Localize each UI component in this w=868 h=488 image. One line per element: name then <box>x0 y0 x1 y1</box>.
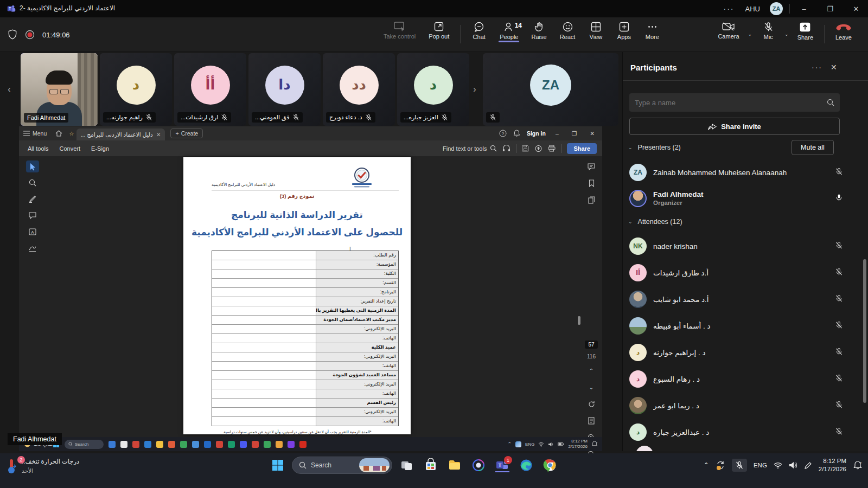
tray-clock[interactable]: 8:12 PM2/17/2026 <box>819 457 846 473</box>
shared-pinned-app-icon[interactable] <box>144 441 151 448</box>
shared-tray-chevron[interactable]: ⌃ <box>508 441 512 447</box>
presenter-row[interactable]: Fadi AlhmedatOrganizer <box>629 185 846 211</box>
pdf-maximize-button[interactable]: ❐ <box>569 130 580 137</box>
print-icon[interactable] <box>548 145 556 152</box>
read-aloud-icon[interactable] <box>502 145 510 152</box>
panel-more-icon[interactable]: ··· <box>812 63 822 72</box>
shared-tray-photo-icon[interactable] <box>515 441 521 447</box>
comment-tool-icon[interactable] <box>26 209 39 221</box>
comments-panel-icon[interactable] <box>585 160 598 172</box>
attendee-row[interactable]: أ.د محمد ابو شايب <box>629 286 846 312</box>
attendee-row[interactable]: د . أسماء أبو قبيطه <box>629 313 846 339</box>
shared-pinned-app-icon[interactable] <box>216 441 223 448</box>
shared-tray-language[interactable]: ENG <box>525 442 534 447</box>
take-control-button[interactable]: Take control <box>377 17 422 43</box>
share-invite-button[interactable]: Share invite <box>629 118 840 135</box>
tray-mic-muted-icon[interactable] <box>732 459 747 472</box>
home-icon[interactable] <box>55 130 62 137</box>
shared-pinned-app-icon[interactable] <box>264 441 271 448</box>
attendee-row[interactable]: د د . رهام السبوع <box>629 366 846 392</box>
notification-bell-icon[interactable]: z <box>853 460 863 470</box>
pop-out-button[interactable]: Pop out <box>422 17 456 43</box>
raise-button[interactable]: Raise <box>525 17 553 43</box>
presenters-header[interactable]: ⌄ Presenters (2) <box>628 144 681 151</box>
shared-pinned-app-icon[interactable] <box>192 441 199 448</box>
bookmarks-panel-icon[interactable] <box>585 177 598 189</box>
attendee-row[interactable]: د . ريما ابو عمر <box>629 393 846 419</box>
people-button[interactable]: People14 <box>493 17 525 43</box>
pages-panel-icon[interactable] <box>585 194 598 206</box>
edge-icon[interactable] <box>519 458 533 472</box>
apps-button[interactable]: Apps <box>610 17 638 43</box>
titlebar-more-icon[interactable]: ··· <box>718 4 740 13</box>
panel-scrollbar-thumb[interactable] <box>863 259 866 403</box>
mute-all-button[interactable]: Mute all <box>792 140 834 155</box>
shared-notification-icon[interactable]: z <box>591 441 598 447</box>
pdf-menu-button[interactable]: Menu <box>19 130 51 137</box>
shared-wifi-icon[interactable] <box>538 442 544 447</box>
teams-taskbar-icon[interactable]: T1 <box>495 458 509 472</box>
shared-pinned-app-icon[interactable] <box>252 441 259 448</box>
maximize-button[interactable]: ❐ <box>818 0 842 17</box>
panel-close-icon[interactable]: ✕ <box>831 63 837 72</box>
chrome-icon[interactable] <box>543 458 557 472</box>
leave-button[interactable]: Leave <box>829 17 858 44</box>
shared-pinned-app-icon[interactable] <box>120 441 127 448</box>
task-view-icon[interactable] <box>400 458 414 472</box>
strip-scroll-right-icon[interactable]: › <box>470 81 480 98</box>
attendee-row[interactable]: د د . عبدالعزيز جباره <box>629 419 846 445</box>
mic-button[interactable]: Mic <box>754 17 782 43</box>
video-tile[interactable]: د...راهيم جوارنه <box>100 53 172 126</box>
shared-pinned-app-icon[interactable] <box>299 441 307 448</box>
wifi-icon[interactable] <box>774 462 782 469</box>
strip-scroll-left-icon[interactable]: ‹ <box>4 81 14 98</box>
video-tile[interactable]: ددد. دعاء دويرج <box>323 53 395 126</box>
upload-cloud-icon[interactable] <box>534 145 542 152</box>
refresh-view-icon[interactable] <box>585 398 598 410</box>
user-avatar[interactable]: ZA <box>770 2 783 15</box>
highlight-tool-icon[interactable] <box>26 193 39 205</box>
mic-options-chevron-icon[interactable]: ⌄ <box>782 31 791 37</box>
sign-tool-icon[interactable] <box>26 242 39 254</box>
view-button[interactable]: View <box>582 17 610 43</box>
share-button[interactable]: Share <box>791 17 820 44</box>
taskbar-weather-widget[interactable]: 2 درجات الحرارة تنخف.. الأحد <box>5 458 79 475</box>
find-tools-button[interactable]: Find text or tools <box>443 145 497 152</box>
camera-button[interactable]: Camera <box>711 17 745 43</box>
zoom-tool-icon[interactable] <box>26 177 39 189</box>
help-icon[interactable]: ? <box>499 130 507 137</box>
shared-pinned-app-icon[interactable] <box>204 441 211 448</box>
shared-pinned-app-icon[interactable] <box>228 441 235 448</box>
text-tool-icon[interactable]: A <box>26 226 39 237</box>
shared-pinned-app-icon[interactable] <box>276 441 283 448</box>
video-tile[interactable]: دا...فق المومني <box>248 53 321 126</box>
attendee-row[interactable]: أا أ.د طارق ارشيدات <box>629 260 846 286</box>
shared-volume-icon[interactable] <box>548 442 554 447</box>
pdf-sign-in-button[interactable]: Sign in <box>527 130 546 137</box>
shared-pinned-app-icon[interactable] <box>168 441 175 448</box>
volume-icon[interactable] <box>789 461 797 469</box>
more-button[interactable]: More <box>638 17 666 43</box>
save-icon[interactable] <box>522 145 529 152</box>
video-tile[interactable]: د...العزيز جباره <box>397 53 469 126</box>
attendee-row[interactable]: NK nader krishan <box>629 233 846 259</box>
camera-options-chevron-icon[interactable]: ⌄ <box>746 31 755 37</box>
attendees-header[interactable]: ⌄ Attendees (12) <box>628 218 682 226</box>
sync-icon[interactable] <box>716 460 725 470</box>
pen-icon[interactable] <box>804 461 812 470</box>
shared-pinned-app-icon[interactable] <box>288 441 295 448</box>
star-icon[interactable]: ☆ <box>69 130 74 137</box>
select-tool-icon[interactable] <box>26 160 39 172</box>
pdf-share-button[interactable]: Share <box>567 143 597 154</box>
fit-page-icon[interactable] <box>585 415 598 427</box>
minimize-button[interactable]: – <box>792 0 816 17</box>
attendee-row[interactable]: د د . إبراهيم جوارنه <box>629 339 846 365</box>
shared-search-box[interactable]: Search <box>65 440 104 449</box>
microsoft-store-icon[interactable] <box>424 458 438 472</box>
bell-icon[interactable] <box>513 130 520 137</box>
convert-button[interactable]: Convert <box>54 145 86 152</box>
shared-pinned-app-icon[interactable] <box>180 441 187 448</box>
shared-pinned-app-icon[interactable] <box>156 441 163 448</box>
start-button[interactable] <box>271 459 284 472</box>
esign-button[interactable]: E-Sign <box>86 145 114 152</box>
